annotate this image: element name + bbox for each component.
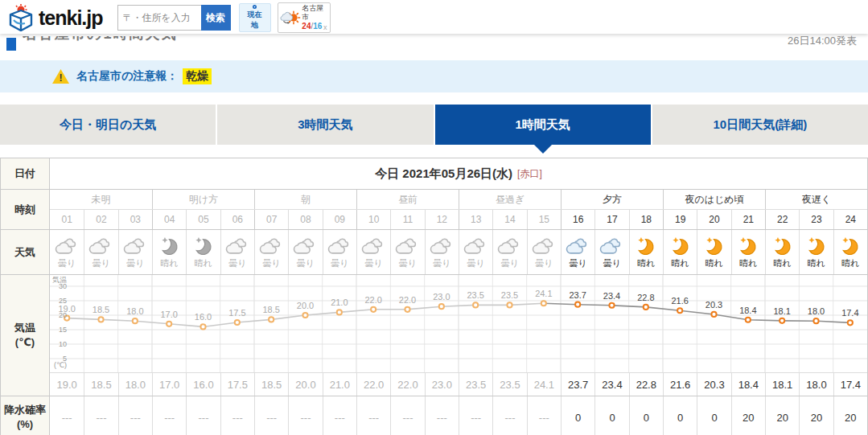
hour-cell: 04: [152, 210, 186, 229]
temp-value-cell: 20.0: [288, 373, 322, 396]
weather-cell: 曇り: [254, 230, 288, 274]
precip-value-cell: 0: [697, 396, 730, 435]
tab-1[interactable]: 今日・明日の天気: [0, 105, 216, 145]
temperature-values: 19.018.518.017.016.017.518.520.021.022.0…: [50, 373, 867, 396]
temp-value-cell: 22.0: [356, 373, 390, 396]
weather-label: 晴れ: [808, 257, 825, 269]
weather-label: 曇り: [58, 257, 76, 269]
temp-value-cell: 23.5: [459, 373, 492, 396]
weather-cell: 曇り: [492, 230, 526, 274]
date-rokuyo-note: [赤口]: [517, 167, 542, 181]
weather-label: 曇り: [399, 257, 417, 269]
svg-text:(℃): (℃): [54, 361, 67, 369]
cloudy-icon: [531, 236, 557, 256]
precip-value-cell: ---: [459, 396, 492, 435]
alert-bar[interactable]: ! 名古屋市の注意報： 乾燥: [0, 60, 868, 92]
hour-cell: 19: [663, 210, 697, 229]
weather-cell: 曇り: [561, 230, 594, 274]
svg-text:22.0: 22.0: [364, 295, 381, 305]
tenki-logo[interactable]: tenki.jp: [6, 4, 103, 31]
weather-label: 曇り: [570, 257, 587, 269]
svg-text:22.0: 22.0: [399, 295, 416, 305]
time-row: 時刻 未明明け方朝昼前昼過ぎ夕方夜のはじめ頃夜遅く 01020304050607…: [1, 189, 867, 229]
precip-row-label: 降水確率 (%): [1, 396, 50, 435]
temperature-chart: 19.018.518.017.016.017.518.520.021.022.0…: [50, 275, 867, 373]
precip-value-cell: ---: [118, 396, 152, 435]
hour-cell: 23: [799, 210, 833, 229]
weather-row: 天気 曇り曇り曇り晴れ晴れ曇り曇り曇り曇り曇り曇り曇り曇り曇り曇り曇り曇り晴れ晴…: [1, 229, 867, 274]
search-input[interactable]: [117, 5, 201, 31]
weather-cell: 曇り: [390, 230, 424, 274]
svg-text:23.0: 23.0: [433, 292, 450, 302]
temperature-row-label: 気温 (℃): [1, 275, 50, 396]
clear-night-icon: [193, 236, 214, 256]
weather-cell: 晴れ: [152, 230, 186, 274]
page-title: 名古屋市の1時間天気: [6, 36, 177, 51]
cloudy-icon: [360, 236, 387, 256]
precip-value-cell: ---: [390, 396, 424, 435]
weather-label: 晴れ: [161, 257, 179, 269]
search-button[interactable]: 検索: [201, 5, 231, 31]
precip-value-cell: 0: [629, 396, 663, 435]
precip-value-cell: ---: [152, 396, 186, 435]
hour-cell: 05: [186, 210, 220, 229]
current-location-button[interactable]: 現在地: [239, 3, 271, 32]
precip-value-cell: ---: [288, 396, 322, 435]
precip-value-cell: ---: [220, 396, 254, 435]
svg-text:18.5: 18.5: [93, 305, 109, 314]
temp-value-cell: 18.4: [731, 373, 765, 396]
svg-text:18.4: 18.4: [739, 306, 756, 315]
svg-text:!: !: [59, 72, 62, 84]
clear-night-icon: [738, 236, 759, 256]
precip-value-cell: ---: [254, 396, 288, 435]
weather-cell: 曇り: [50, 230, 84, 274]
weather-cell: 曇り: [118, 230, 152, 274]
weather-cells: 曇り曇り曇り晴れ晴れ曇り曇り曇り曇り曇り曇り曇り曇り曇り曇り曇り曇り晴れ晴れ晴れ…: [50, 230, 867, 274]
weather-widget[interactable]: 名古屋市 24/16 x: [278, 2, 331, 33]
temp-value-cell: 17.5: [220, 373, 254, 396]
cloudy-icon: [394, 236, 421, 256]
weather-cell: 晴れ: [663, 230, 697, 274]
tab-4[interactable]: 10日間天気(詳細): [652, 105, 868, 145]
cloudy-icon: [54, 236, 80, 256]
weather-label: 晴れ: [739, 257, 757, 269]
weather-label: 曇り: [535, 257, 553, 269]
temp-value-cell: 22.0: [390, 373, 424, 396]
weather-label: 曇り: [433, 257, 450, 269]
title-clipped-text: 名古屋市の1時間天気: [23, 36, 177, 43]
weather-cell: 晴れ: [629, 230, 663, 274]
clear-night-icon: [159, 236, 180, 256]
alert-value-dry[interactable]: 乾燥: [183, 68, 212, 84]
weather-label: 曇り: [263, 257, 281, 269]
weather-cell: 晴れ: [697, 230, 730, 274]
svg-text:25: 25: [59, 297, 67, 305]
hour-cell: 01: [50, 210, 84, 229]
temp-value-cell: 21.0: [323, 373, 356, 396]
weather-label: 晴れ: [637, 257, 655, 269]
cloudy-icon: [327, 236, 353, 256]
hour-cell: 07: [254, 210, 288, 229]
temperature-row: 気温 (℃) 19.018.518.017.016.017.518.520.02…: [1, 274, 867, 396]
temp-value-cell: 17.0: [152, 373, 186, 396]
tab-3-active[interactable]: 1時間天気: [435, 105, 651, 145]
svg-text:18.0: 18.0: [126, 306, 143, 316]
period-cell: 夕方: [561, 190, 663, 209]
temp-value-cell: 19.0: [50, 373, 84, 396]
tab-2[interactable]: 3時間天気: [217, 105, 433, 145]
cloudy-icon: [224, 236, 251, 256]
hour-cell: 03: [118, 210, 152, 229]
hour-cell: 16: [561, 210, 594, 229]
weather-label: 曇り: [467, 257, 485, 269]
svg-text:18.5: 18.5: [262, 305, 279, 314]
precip-value-cell: 0: [594, 396, 628, 435]
temp-value-cell: 23.5: [492, 373, 526, 396]
weather-label: 曇り: [331, 257, 348, 269]
precip-value-cell: 20: [765, 396, 799, 435]
widget-close-button[interactable]: x: [323, 23, 327, 31]
svg-text:20.3: 20.3: [706, 300, 722, 310]
weather-cell: 曇り: [459, 230, 492, 274]
svg-text:18.1: 18.1: [773, 306, 790, 316]
temp-unit-label: (℃): [15, 335, 35, 350]
hour-cell: 22: [765, 210, 799, 229]
sun-cloud-icon: [280, 7, 302, 28]
